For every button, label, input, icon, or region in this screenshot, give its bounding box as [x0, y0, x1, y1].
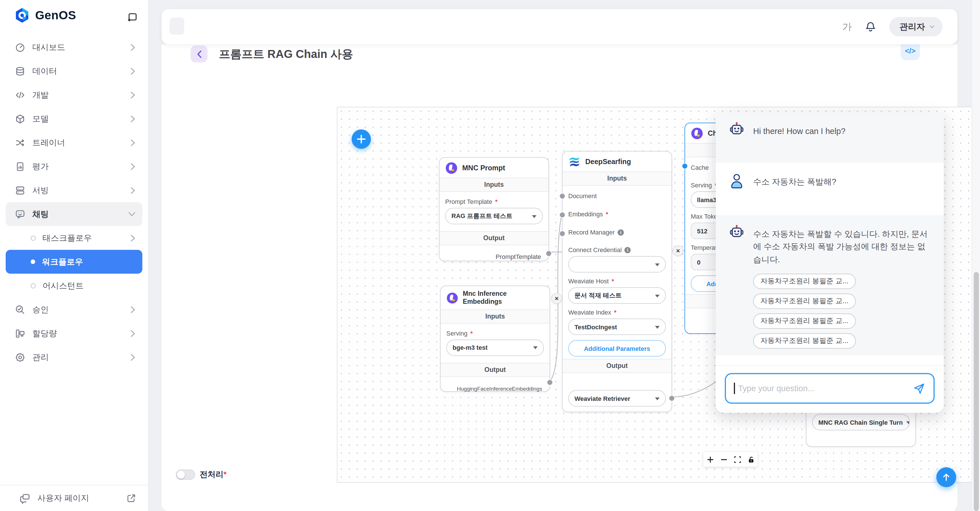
- weaviate-index-label: Weaviate Index*: [568, 309, 666, 316]
- connect-credential-select[interactable]: [568, 256, 666, 273]
- sidebar-item-approval[interactable]: 승인: [6, 297, 142, 321]
- edge-delete-button[interactable]: ✕: [551, 293, 562, 304]
- sidebar-item-user-page[interactable]: 사용자 페이지: [0, 485, 148, 511]
- caret-down-icon: [655, 397, 660, 402]
- output-prompttemplate: PromptTemplate: [439, 245, 549, 260]
- sidebar-item-dev[interactable]: 개발: [6, 83, 142, 107]
- node-deepsearfing[interactable]: DeepSearfing Inputs Document Embeddings*…: [562, 151, 672, 412]
- source-document-chip[interactable]: 자동차구조원리 봉필준 교...: [753, 334, 856, 349]
- server-icon: [15, 185, 25, 196]
- source-document-chip[interactable]: 자동차구조원리 봉필준 교...: [753, 294, 856, 309]
- embeddings-input-handle[interactable]: [559, 212, 565, 218]
- info-icon[interactable]: i: [617, 229, 624, 235]
- app-logo[interactable]: GenOS: [14, 7, 76, 24]
- sidebar-footer-label: 사용자 페이지: [37, 493, 119, 504]
- sidebar-item-label: 할당량: [32, 328, 124, 339]
- sidebar-item-label: 관리: [32, 352, 124, 362]
- back-button[interactable]: [191, 45, 208, 62]
- scrollbar-thumb[interactable]: [974, 272, 979, 511]
- code-icon: [15, 89, 25, 100]
- node-mnc-inference-embeddings[interactable]: Mnc Inference Embeddings Inputs Serving*…: [440, 286, 550, 392]
- output-section-header: Output: [439, 231, 549, 245]
- send-icon[interactable]: [913, 382, 926, 395]
- sidebar-item-label: 태스크플로우: [43, 233, 124, 243]
- topbar: 가 관리자: [162, 9, 957, 44]
- sidebar-item-label: 승인: [32, 304, 124, 315]
- bot-avatar-icon: [728, 121, 745, 139]
- notification-bell-icon[interactable]: [864, 21, 877, 33]
- cube-icon: [15, 113, 25, 124]
- bullet-icon: [30, 235, 36, 240]
- gear-icon: [15, 352, 25, 362]
- chevron-down-icon: [929, 23, 935, 30]
- sidebar-collapse-icon[interactable]: [125, 10, 139, 24]
- topbar-skeleton-block: [170, 18, 184, 35]
- node-mnc-prompt[interactable]: MNC Prompt Inputs Prompt Template* RAG 프…: [439, 157, 549, 261]
- bullet-icon: [30, 283, 36, 288]
- document-input-handle[interactable]: [559, 193, 565, 199]
- source-document-chip[interactable]: 자동차구조원리 봉필준 교...: [753, 274, 856, 289]
- search-check-icon: [15, 304, 25, 315]
- source-document-chip[interactable]: 자동차구조원리 봉필준 교...: [753, 314, 856, 329]
- add-node-button[interactable]: [352, 129, 371, 149]
- output-handle[interactable]: [546, 251, 552, 257]
- sidebar-item-model[interactable]: 모델: [6, 107, 142, 131]
- output-huggingface-embeddings: HuggingFaceInferenceEmbeddings: [441, 377, 550, 391]
- arrow-up-icon: [942, 473, 951, 482]
- caret-down-icon: [906, 421, 910, 426]
- prompt-template-label: Prompt Template*: [445, 198, 543, 205]
- sidebar-item-admin[interactable]: 관리: [6, 345, 142, 369]
- prompt-template-select[interactable]: RAG 프롬프트 테스트: [445, 208, 543, 224]
- chat-test-panel: Hi there! How can I help?수소 자동차는 폭발해?수소 …: [716, 112, 944, 413]
- gauge-icon: [15, 42, 25, 53]
- sidebar: GenOS 대시보드데이터개발모델트레이너평가서빙채팅태스크플로우워크플로우어시…: [0, 0, 149, 511]
- edge-delete-button[interactable]: ✕: [673, 245, 683, 256]
- source-chips: 자동차구조원리 봉필준 교...자동차구조원리 봉필준 교...자동차구조원리 …: [753, 274, 931, 349]
- external-link-icon[interactable]: [126, 493, 137, 504]
- inputs-section-header: Inputs: [439, 178, 549, 192]
- page-scrollbar[interactable]: [972, 0, 980, 511]
- sidebar-item-taskflow[interactable]: 태스크플로우: [6, 226, 142, 250]
- sidebar-item-dashboard[interactable]: 대시보드: [6, 35, 142, 59]
- sidebar-item-eval[interactable]: 평가: [6, 155, 142, 178]
- serving-label: Serving*: [446, 330, 544, 336]
- sidebar-item-data[interactable]: 데이터: [6, 59, 142, 83]
- output-handle[interactable]: [547, 379, 553, 385]
- serving-select[interactable]: bge-m3 test: [446, 339, 544, 356]
- sidebar-item-label: 데이터: [32, 65, 124, 77]
- sidebar-item-quota[interactable]: 할당량: [6, 321, 142, 345]
- sidebar-item-assistant[interactable]: 어시스턴트: [6, 274, 142, 297]
- cache-input-handle[interactable]: [682, 163, 688, 169]
- output-chain-select[interactable]: MNC RAG Chain Single Turn: [812, 414, 910, 430]
- flow-controls: [703, 452, 758, 467]
- sidebar-item-label: 어시스턴트: [43, 280, 135, 291]
- mnc-logo-icon: [691, 127, 703, 140]
- additional-parameters-button[interactable]: Additional Parameters: [568, 340, 666, 356]
- inputs-section-header: Inputs: [563, 171, 671, 186]
- lock-button[interactable]: [744, 452, 758, 467]
- font-size-button[interactable]: 가: [842, 20, 852, 33]
- output-section-header: Output: [563, 359, 671, 373]
- user-message: 수소 자동차는 폭발해?: [716, 163, 944, 215]
- sidebar-item-serving[interactable]: 서빙: [6, 178, 142, 202]
- output-handle[interactable]: [669, 395, 675, 401]
- shuffle-icon: [15, 137, 25, 148]
- chat-input-placeholder: Type your question...: [738, 384, 909, 393]
- fit-view-button[interactable]: [730, 452, 744, 467]
- node-title: DeepSearfing: [585, 158, 631, 166]
- zoom-out-button[interactable]: [717, 452, 730, 467]
- info-icon[interactable]: i: [624, 247, 631, 253]
- database-icon: [15, 65, 25, 77]
- user-menu-button[interactable]: 관리자: [889, 17, 943, 36]
- preprocess-toggle[interactable]: [176, 469, 195, 480]
- sidebar-item-workflow[interactable]: 워크플로우: [6, 250, 142, 274]
- zoom-in-button[interactable]: [703, 452, 717, 467]
- sidebar-item-chatting[interactable]: 채팅: [6, 202, 142, 226]
- chat-question-input[interactable]: Type your question...: [725, 373, 935, 404]
- output-retriever-select[interactable]: Weaviate Retriever: [568, 390, 666, 407]
- record-manager-input-handle[interactable]: [559, 230, 565, 237]
- sidebar-item-trainer[interactable]: 트레이너: [6, 131, 142, 155]
- weaviate-index-select[interactable]: TestDocIngest: [568, 319, 666, 335]
- scroll-top-button[interactable]: [936, 467, 956, 487]
- weaviate-host-select[interactable]: 문서 적재 테스트: [568, 287, 666, 304]
